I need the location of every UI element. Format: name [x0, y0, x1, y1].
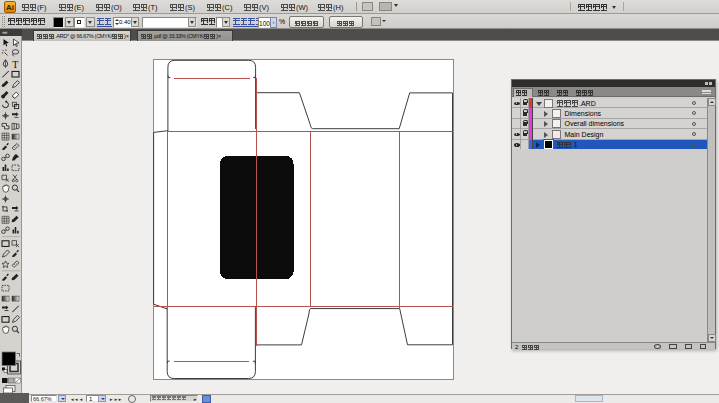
svg-text:T: T [12, 59, 18, 70]
